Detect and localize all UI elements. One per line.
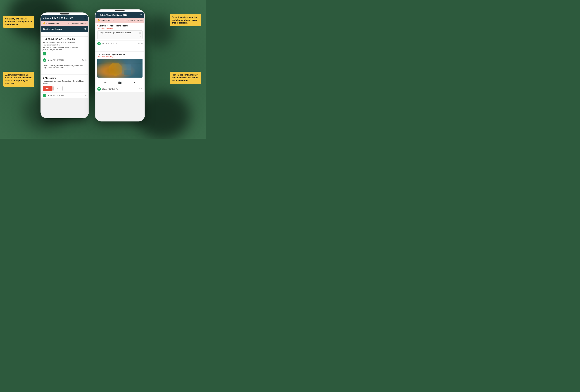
phone-1: ‹ Safety Take-5 1, 28 Jun. 2022 ▼ ✋ PRER… (40, 12, 89, 118)
phone-2-title: Safety Take-5 1, 28 Jun. 2022 (100, 14, 139, 16)
phone-1-avatar-1: AS (43, 58, 46, 62)
phone-2-controls-section: Controls for Atmospheric Hazard This fie… (96, 23, 145, 40)
phone-2: ‹ Safety Take-5 1, 28 Jun. 2022 ▼ ✋ PRER… (95, 9, 145, 122)
phone-1-comment-icon-2[interactable]: □ (83, 95, 84, 96)
tooltip-bottom-right: Prevent the continuation of work if cont… (170, 72, 201, 84)
phone-1-yes-button[interactable]: YES (43, 86, 52, 91)
phone-2-copy-icon-2[interactable]: ⧉ (142, 88, 143, 90)
svg-rect-3 (122, 64, 131, 74)
phone-1-atmospheric-subtitle: Hazardous atmospheres | Temperature | Hu… (43, 80, 86, 85)
tooltip-top-right: Record mandatory controls and photos whe… (170, 14, 201, 26)
phone-1-doc-icon: ⧉ (84, 27, 86, 30)
tooltip-top-left: Set Safety and Hazard capture as a prere… (3, 15, 34, 28)
phone-1-atmospheric: 1. Atmospheric Hazardous atmospheres | T… (41, 75, 88, 92)
phone-2-timestamp-2: AS 28 Jun. 2022 02:22 PM □ ⧉ (96, 86, 145, 92)
phone-1-ts-icons-2: □ ⧉ (83, 95, 86, 96)
phone-2-photo-thumbnail (97, 59, 143, 78)
phone-2-input-wrapper: Oxygen and mask, gas and oxygen detector… (97, 30, 143, 39)
phone-1-title: Safety Take-5 1, 28 Jun. 2022 (45, 17, 83, 19)
phone-2-filter-icon[interactable]: ▼ (140, 14, 142, 16)
phone-1-identify-label: Identify the Hazards (43, 28, 62, 30)
phone-1-avatar-2: AS (43, 94, 46, 97)
phone-2-dots-menu[interactable]: ⋮ (96, 47, 145, 51)
phone-1-back-button[interactable]: ‹ (43, 17, 44, 19)
svg-point-2 (111, 64, 122, 74)
tooltip-bottom-left: Automatically record user details. Date … (3, 72, 34, 87)
phone-2-close-icon: ✕ (133, 81, 136, 84)
phone-1-dots-menu[interactable]: ⋮ (41, 32, 88, 36)
phone-1-timestamp-1: AS 28 Jun. 2022 02:20 PM 💬 ⧉ (41, 57, 88, 63)
phone-2-comment-icon-1[interactable]: 💬 (138, 43, 140, 45)
phone-1-yes-no: YES NO (43, 86, 86, 91)
phone-2-edit-button[interactable]: ✏ (104, 81, 107, 84)
phone-1-copy-icon-1[interactable]: ⧉ (85, 59, 86, 61)
phone-1-identify-hazards[interactable]: Identify the Hazards ⧉ (41, 26, 88, 32)
phone-2-camera-button[interactable]: 📷 (118, 81, 122, 84)
phone-2-controls-input[interactable]: Oxygen and mask, gas and oxygen detector… (97, 30, 143, 39)
phone-1-ts-icons-1: 💬 ⧉ (82, 59, 86, 61)
phone-1-checkbox[interactable]: ✓ (43, 52, 46, 55)
phone-2-prereq-status: 0 / 1 Require completion (125, 19, 143, 21)
phone-2-controls-title: Controls for Atmospheric Hazard (97, 25, 143, 27)
svg-point-1 (109, 63, 122, 76)
phone-2-prereq-bar: ✋ PREREQUISITE 0 / 1 Require completion (96, 18, 145, 23)
phone-2-comment-icon-2[interactable]: □ (139, 88, 140, 90)
phone-1-comment-icon-1[interactable]: 💬 (82, 59, 84, 61)
phone-1-hand-icon: ✋ (43, 22, 45, 25)
phone-1-screen: ‹ Safety Take-5 1, 28 Jun. 2022 ▼ ✋ PRER… (41, 15, 88, 118)
phone-2-date-2: 28 Jun. 2022 02:22 PM (102, 88, 118, 90)
phone-2-ts-icons-1: 💬 ⧉ (138, 43, 143, 45)
phone-1-prereq-label: PREREQUISITE (46, 22, 59, 24)
phone-1-dots-menu-2[interactable]: ⋮ (41, 70, 88, 74)
phone-2-prereq-label: PREREQUISITE (101, 19, 114, 21)
phone-2-ts-icons-2: □ ⧉ (139, 88, 143, 90)
phone-1-no-button[interactable]: NO (53, 86, 63, 91)
phone-1-timestamp-2: AS 28 Jun. 2022 02:20 PM □ ⧉ (41, 92, 88, 98)
phone-2-avatar-2: AS (97, 87, 101, 91)
phone-2-date-1: 28 Jun. 2022 02:24 PM (102, 43, 118, 45)
phone-2-photo-section: Photo for Atmospheric Hazard This field … (96, 52, 145, 79)
phone-1-atmospheric-title: 1. Atmospheric (43, 77, 86, 79)
photo-visual (97, 59, 143, 78)
phone-2-back-button[interactable]: ‹ (98, 13, 98, 16)
phone-1-date-2: 28 Jun. 2022 02:20 PM (47, 95, 64, 96)
phone-1-look-above-title: Look ABOVE, BELOW and AROUND (43, 38, 86, 40)
phone-2-timestamp-1: AS 28 Jun. 2022 02:24 PM 💬 ⧉ (96, 40, 145, 47)
phone-2-screen: ‹ Safety Take-5 1, 28 Jun. 2022 ▼ ✋ PRER… (96, 12, 145, 121)
phone-2-photo-mandatory: This field is mandatory (97, 56, 143, 58)
phone-1-prereq-bar: ✋ PREREQUISITE 0 / 1 Require completion (41, 21, 88, 26)
phone-1-prereq-status: 0 / 1 Require completion (68, 23, 86, 24)
phone-2-hand-icon: ✋ (97, 19, 100, 21)
phone-2-notch (115, 10, 125, 11)
phone-2-photo-actions: ✏ 📷 ✕ (96, 79, 145, 86)
phone-1-date-1: 28 Jun. 2022 02:20 PM (47, 59, 64, 61)
phone-1-copy-icon-2[interactable]: ⧉ (85, 95, 86, 96)
phone-2-barcode-icon: ▦ (139, 31, 142, 34)
svg-rect-0 (97, 59, 143, 78)
phone-2-camera-icon: 📷 (118, 81, 122, 84)
phone-1-look-above: Look ABOVE, BELOW and AROUND If you tick… (41, 36, 88, 57)
phone-2-expand-icon[interactable]: ⤡ (140, 36, 142, 38)
svg-rect-4 (125, 70, 131, 75)
phone-2-copy-icon-1[interactable]: ⧉ (142, 43, 143, 45)
phone-2-photo-title: Photo for Atmospheric Hazard (97, 53, 143, 55)
phone-1-hierarchy: Use the Hierarchy of Controls: Eliminati… (41, 63, 88, 70)
phone-1-look-above-text: If you ticked Yes to any hazards, identi… (43, 41, 86, 51)
phone-2-edit-icon: ✏ (104, 81, 107, 84)
phone-1-header: ‹ Safety Take-5 1, 28 Jun. 2022 ▼ (41, 15, 88, 21)
phone-2-delete-button[interactable]: ✕ (133, 81, 136, 84)
phone-1-notch (60, 13, 69, 14)
phone-2-avatar-1: AS (97, 42, 101, 45)
phone-2-controls-mandatory: This field is mandatory (97, 27, 143, 29)
phone-2-header: ‹ Safety Take-5 1, 28 Jun. 2022 ▼ (96, 12, 145, 18)
phone-1-filter-icon[interactable]: ▼ (84, 17, 86, 19)
